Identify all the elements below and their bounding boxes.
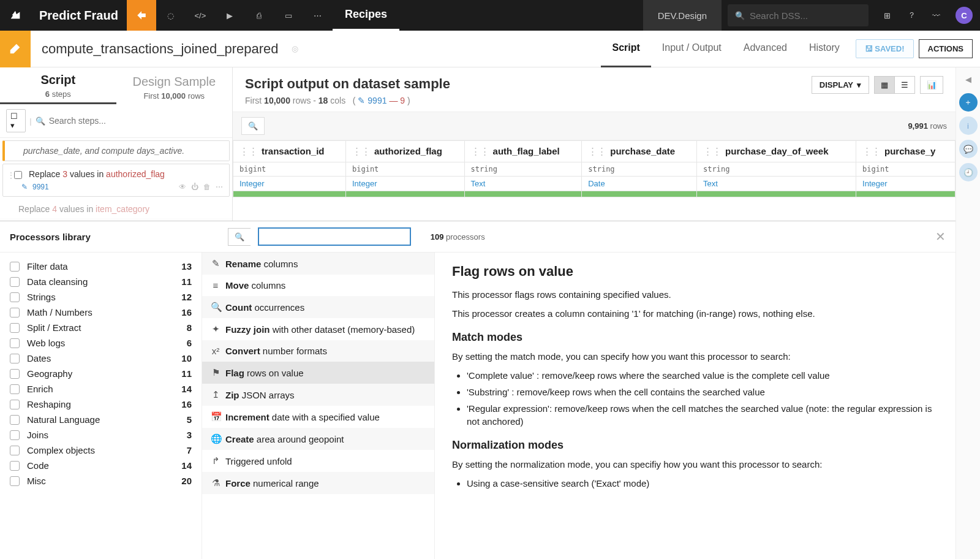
actions-button[interactable]: ACTIONS <box>919 39 973 58</box>
category-item[interactable]: Strings12 <box>10 289 192 305</box>
column-meaning[interactable]: Integer <box>233 177 346 191</box>
tab-advanced[interactable]: Advanced <box>733 31 798 67</box>
column-header[interactable]: ⋮⋮auth_flag_label <box>464 141 582 162</box>
processor-item[interactable]: ⚗Force numerical range <box>202 472 434 494</box>
category-item[interactable]: Complex objects7 <box>10 443 192 458</box>
eye-icon[interactable]: 👁 <box>179 183 186 191</box>
category-item[interactable]: Data cleansing11 <box>10 274 192 289</box>
processor-item[interactable]: ≡Move columns <box>202 275 434 296</box>
processor-item[interactable]: ✎Rename columns <box>202 253 434 275</box>
view-grid-icon[interactable]: ▦ <box>875 77 895 93</box>
column-meaning[interactable]: Date <box>582 177 697 191</box>
checkbox[interactable] <box>10 476 20 486</box>
checkbox[interactable] <box>10 461 20 471</box>
category-item[interactable]: Dates10 <box>10 351 192 366</box>
processor-item[interactable]: ↱Triggered unfold <box>202 450 434 472</box>
processors-search-input[interactable] <box>258 227 411 246</box>
checkbox[interactable] <box>10 415 20 425</box>
tab-script[interactable]: Script <box>601 31 650 67</box>
column-header[interactable]: ⋮⋮purchase_y <box>856 141 956 162</box>
column-header[interactable]: ⋮⋮transaction_id <box>233 141 346 162</box>
column-meaning[interactable]: Integer <box>345 177 464 191</box>
environment-badge[interactable]: DEV.Design <box>643 0 722 31</box>
rail-history-icon[interactable]: 🕘 <box>959 163 978 181</box>
target-icon[interactable]: ◎ <box>292 44 298 53</box>
column-meaning[interactable]: Integer <box>856 177 956 191</box>
category-item[interactable]: Enrich14 <box>10 381 192 397</box>
checkbox[interactable] <box>10 384 20 394</box>
processor-item[interactable]: 🌐Create area around geopoint <box>202 428 434 450</box>
search-steps-input[interactable] <box>49 116 226 126</box>
global-search-input[interactable] <box>750 10 861 21</box>
refresh-icon[interactable]: ◌ <box>156 0 186 31</box>
processor-item[interactable]: x²Convert number formats <box>202 340 434 362</box>
more-icon[interactable]: ⋯ <box>303 0 333 31</box>
category-item[interactable]: Code14 <box>10 458 192 473</box>
checkbox[interactable] <box>10 430 20 440</box>
checkbox[interactable] <box>10 277 20 287</box>
user-avatar[interactable]: C <box>956 7 973 24</box>
power-icon[interactable]: ⏻ <box>191 183 198 191</box>
close-icon[interactable]: ✕ <box>935 229 946 244</box>
category-item[interactable]: Joins3 <box>10 427 192 443</box>
checkbox[interactable] <box>10 308 20 318</box>
category-item[interactable]: Natural Language5 <box>10 412 192 427</box>
processor-item[interactable]: ✦Fuzzy join with other dataset (memory-b… <box>202 318 434 340</box>
step-checkbox[interactable] <box>14 171 22 179</box>
project-name[interactable]: Predict Fraud <box>31 9 127 23</box>
category-item[interactable]: Geography11 <box>10 366 192 381</box>
processor-item[interactable]: 🔍Count occurrences <box>202 296 434 318</box>
code-icon[interactable]: </> <box>186 0 215 31</box>
view-list-icon[interactable]: ☰ <box>895 77 914 93</box>
table-search[interactable]: 🔍 <box>241 117 265 135</box>
checkbox[interactable] <box>10 354 20 363</box>
column-header[interactable]: ⋮⋮authorized_flag <box>345 141 464 162</box>
rail-info-icon[interactable]: i <box>959 116 978 135</box>
step-group-label[interactable]: purchase_date, and compute days_active. <box>2 140 230 161</box>
left-tab-script[interactable]: Script 6 steps <box>0 73 116 104</box>
dashboard-icon[interactable]: ▭ <box>274 0 303 31</box>
help-icon[interactable]: ？ <box>899 10 924 21</box>
flow-icon[interactable] <box>127 0 156 31</box>
section-recipes[interactable]: Recipes <box>333 0 399 31</box>
left-tab-design-sample[interactable]: Design Sample First 10,000 rows <box>116 75 233 104</box>
category-item[interactable]: Split / Extract8 <box>10 320 192 335</box>
rail-back-icon[interactable]: ◀ <box>959 70 978 88</box>
rail-chat-icon[interactable]: 💬 <box>959 140 978 158</box>
column-meaning[interactable]: Text <box>697 177 856 191</box>
checkbox[interactable] <box>10 338 20 348</box>
trash-icon[interactable]: 🗑 <box>203 183 211 191</box>
processor-item[interactable]: ⚑Flag rows on value <box>202 362 434 384</box>
checkbox[interactable] <box>10 369 20 379</box>
apps-icon[interactable]: ⊞ <box>875 11 899 20</box>
checkbox[interactable] <box>10 400 20 409</box>
display-dropdown[interactable]: DISPLAY ▾ <box>812 76 869 94</box>
more-icon[interactable]: ⋯ <box>216 183 223 191</box>
processor-item[interactable]: ↥Zip JSON arrays <box>202 384 434 406</box>
view-chart-icon[interactable]: 📊 <box>920 76 943 94</box>
column-meaning[interactable]: Text <box>464 177 582 191</box>
category-item[interactable]: Web logs6 <box>10 335 192 351</box>
checkbox[interactable] <box>10 323 20 333</box>
category-item[interactable]: Math / Numbers16 <box>10 305 192 320</box>
checkbox[interactable] <box>10 262 20 272</box>
column-header[interactable]: ⋮⋮purchase_day_of_week <box>697 141 856 162</box>
select-all-steps[interactable]: ☐ ▾ <box>6 109 26 132</box>
category-item[interactable]: Reshaping16 <box>10 397 192 412</box>
play-icon[interactable]: ▶ <box>215 0 244 31</box>
category-item[interactable]: Misc20 <box>10 473 192 489</box>
tab-history[interactable]: History <box>798 31 851 67</box>
activity-icon[interactable]: 〰 <box>924 11 948 20</box>
checkbox[interactable] <box>10 446 20 455</box>
app-logo[interactable] <box>0 9 31 22</box>
saved-button[interactable]: 🖫 SAVED! <box>856 39 914 58</box>
step-item[interactable]: Replace 4 values in item_category <box>0 199 232 219</box>
tab-io[interactable]: Input / Output <box>651 31 733 67</box>
column-header[interactable]: ⋮⋮purchase_date <box>582 141 697 162</box>
step-item[interactable]: ⋮⋮ Replace 3 values in authorized_flag ✎… <box>2 164 230 197</box>
processor-item[interactable]: 📅Increment date with a specified value <box>202 406 434 428</box>
print-icon[interactable]: ⎙ <box>244 0 274 31</box>
category-item[interactable]: Filter data13 <box>10 259 192 274</box>
rail-add-icon[interactable]: ＋ <box>959 93 978 112</box>
checkbox[interactable] <box>10 292 20 302</box>
